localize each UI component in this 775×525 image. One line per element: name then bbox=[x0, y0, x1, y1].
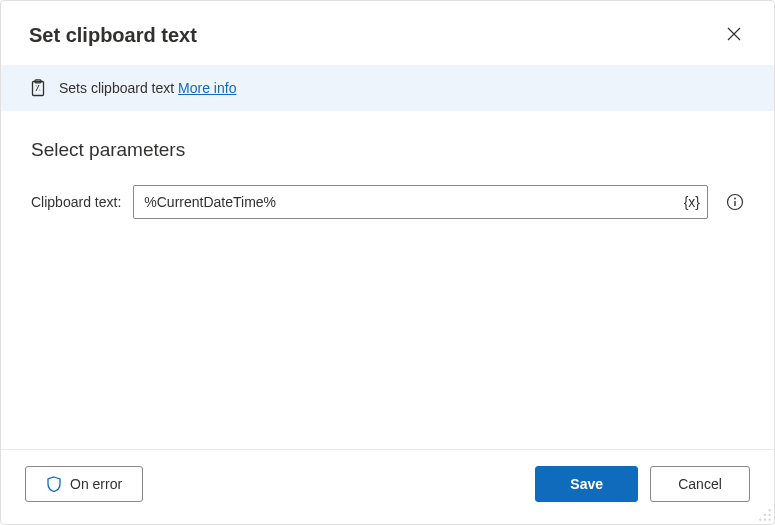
banner-description: Sets clipboard text bbox=[59, 80, 174, 96]
clipboard-text-input[interactable] bbox=[133, 185, 708, 219]
svg-point-5 bbox=[764, 514, 766, 516]
more-info-link[interactable]: More info bbox=[178, 80, 236, 96]
banner-text: Sets clipboard text More info bbox=[59, 80, 236, 96]
dialog-container: Set clipboard text Sets clipboard text M… bbox=[0, 0, 775, 525]
svg-point-6 bbox=[769, 514, 771, 516]
field-row: Clipboard text: {x} bbox=[31, 185, 744, 219]
clipboard-icon bbox=[29, 79, 47, 97]
input-wrapper: {x} bbox=[133, 185, 708, 219]
svg-point-7 bbox=[759, 519, 761, 521]
content-area: Select parameters Clipboard text: {x} bbox=[1, 111, 774, 449]
dialog-title: Set clipboard text bbox=[29, 24, 197, 47]
save-button[interactable]: Save bbox=[535, 466, 638, 502]
section-title: Select parameters bbox=[31, 139, 744, 161]
svg-point-3 bbox=[734, 198, 736, 200]
close-button[interactable] bbox=[718, 19, 750, 51]
close-icon bbox=[727, 27, 741, 44]
resize-grip-icon[interactable] bbox=[758, 508, 772, 522]
dialog-header: Set clipboard text bbox=[1, 1, 774, 65]
svg-point-9 bbox=[769, 519, 771, 521]
dialog-footer: On error Save Cancel bbox=[1, 449, 774, 524]
on-error-button[interactable]: On error bbox=[25, 466, 143, 502]
cancel-button[interactable]: Cancel bbox=[650, 466, 750, 502]
field-label: Clipboard text: bbox=[31, 194, 121, 210]
footer-actions: Save Cancel bbox=[535, 466, 750, 502]
info-banner: Sets clipboard text More info bbox=[1, 65, 774, 111]
svg-point-4 bbox=[769, 509, 771, 511]
svg-rect-0 bbox=[33, 82, 44, 96]
on-error-label: On error bbox=[70, 476, 122, 492]
info-icon[interactable] bbox=[726, 193, 744, 211]
shield-icon bbox=[46, 476, 62, 492]
variable-picker-icon[interactable]: {x} bbox=[684, 194, 700, 210]
svg-point-8 bbox=[764, 519, 766, 521]
